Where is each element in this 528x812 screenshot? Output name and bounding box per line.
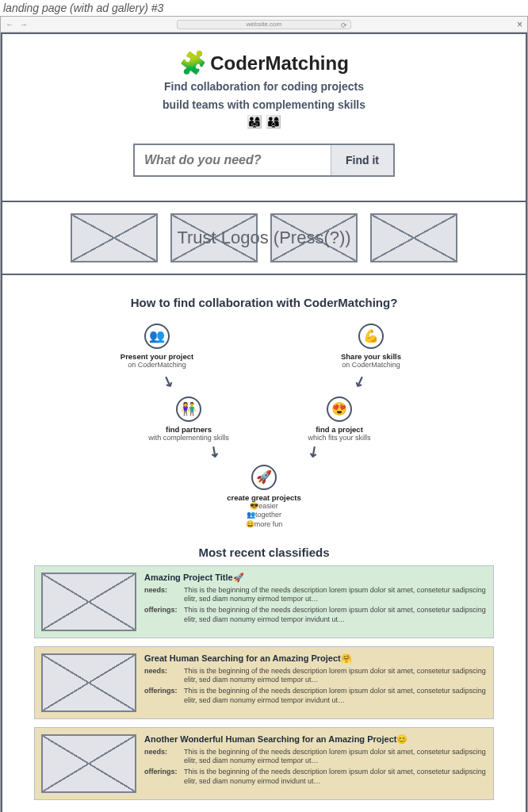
find-it-button[interactable]: Find it [331, 145, 393, 175]
forward-icon[interactable]: → [20, 20, 28, 29]
url-text: website.com [247, 21, 281, 28]
close-icon[interactable]: × [517, 19, 522, 30]
hero-emojis: 👨‍👩‍👧 👨‍👩‍👦 [10, 114, 518, 129]
offerings-text: This is the beginning of the needs descr… [184, 687, 487, 705]
offerings-text: This is the beginning of the needs descr… [184, 606, 487, 624]
flow-node-find-partners: 👫 find partners with complementing skill… [129, 396, 248, 442]
classified-title: Great Human Searching for an Amazing Pro… [144, 653, 487, 664]
url-bar[interactable]: website.com ⟳ [177, 20, 351, 29]
refresh-icon[interactable]: ⟳ [341, 21, 347, 29]
offerings-label: offerings: [144, 768, 179, 786]
trust-logo-placeholder [370, 213, 457, 262]
classified-title: Another Wonderful Human Searching for an… [144, 734, 487, 745]
classified-card[interactable]: Amazing Project Title🚀 needs: This is th… [34, 565, 494, 638]
offerings-label: offerings: [144, 687, 179, 705]
find-project-icon: 😍 [327, 396, 352, 422]
find-partners-icon: 👫 [176, 396, 201, 422]
flow-node-create-projects: 🚀 create great projects 😎easier 👥togethe… [205, 465, 323, 530]
needs-text: This is the beginning of the needs descr… [184, 586, 487, 604]
flow-node-find-project: 😍 find a project which fits your skills [280, 396, 399, 442]
classified-thumbnail [41, 653, 136, 712]
browser-toolbar: ← → website.com ⟳ × [1, 17, 527, 33]
flow-node-title: find a project [280, 425, 399, 434]
classified-thumbnail [41, 573, 136, 631]
arrow-icon: ↘ [351, 371, 369, 392]
flow-node-title: create great projects [205, 493, 323, 502]
trust-logo-placeholder [170, 213, 258, 262]
flow-node-sub: 😎easier [205, 502, 323, 511]
browser-window: ← → website.com ⟳ × 🧩 CoderMatching Find… [0, 16, 528, 812]
needs-label: needs: [144, 667, 179, 685]
flow-node-sub: on CoderMatching [342, 361, 400, 369]
needs-text: This is the beginning of the needs descr… [184, 748, 487, 766]
offerings-text: This is the beginning of the needs descr… [184, 768, 487, 786]
classified-title: Amazing Project Title🚀 [144, 573, 487, 583]
classifieds-heading: Most recent classifieds [34, 546, 494, 559]
flow-node-title: Present your project [98, 352, 216, 361]
flow-node-sub: on CoderMatching [128, 361, 186, 369]
hero-section: 🧩 CoderMatching Find collaboration for c… [2, 34, 526, 201]
arrow-icon: ↘ [304, 440, 323, 462]
trust-logo-placeholder [270, 213, 358, 262]
classifieds-section: Most recent classifieds Amazing Project … [2, 546, 526, 812]
page-content: 🧩 CoderMatching Find collaboration for c… [1, 33, 527, 812]
puzzle-icon: 🧩 [178, 48, 209, 79]
trust-logo-placeholder [71, 213, 158, 262]
classified-card[interactable]: Great Human Searching for an Amazing Pro… [34, 646, 494, 719]
offerings-label: offerings: [144, 606, 179, 624]
search-bar: Find it [133, 144, 395, 177]
flow-node-sub: 👥together [205, 511, 323, 520]
arrow-icon: ↘ [160, 371, 178, 392]
brand-name: CoderMatching [210, 52, 349, 75]
flow-node-sub: which fits your skills [308, 434, 370, 442]
flow-diagram: 👥 Present your project on CoderMatching … [90, 324, 438, 522]
trust-logos-strip: Trust Logos (Press(?)) [2, 201, 526, 275]
needs-text: This is the beginning of the needs descr… [184, 667, 487, 685]
flow-node-present-project: 👥 Present your project on CoderMatching [98, 324, 216, 369]
flow-node-title: Share your skills [312, 352, 430, 361]
tagline-line-2: build teams with complementing skills [10, 98, 518, 113]
flow-node-sub: 😄more fun [205, 520, 323, 530]
flow-node-title: find partners [129, 425, 248, 434]
back-icon[interactable]: ← [6, 20, 13, 29]
needs-label: needs: [144, 586, 179, 604]
how-heading: How to find collaboration with CoderMatc… [18, 296, 510, 309]
rocket-icon: 🚀 [251, 465, 277, 490]
classified-thumbnail [41, 734, 136, 793]
how-it-works-section: How to find collaboration with CoderMatc… [2, 275, 526, 546]
present-project-icon: 👥 [144, 324, 170, 349]
arrow-icon: ↘ [205, 440, 224, 462]
tagline-line-1: Find collaboration for coding projects [10, 79, 518, 94]
classified-card[interactable]: Another Wonderful Human Searching for an… [34, 727, 494, 800]
flow-node-sub: with complementing skills [148, 434, 229, 442]
wireframe-label: landing page (with ad gallery) #3 [0, 0, 528, 16]
share-skills-icon: 💪 [358, 324, 384, 349]
needs-label: needs: [144, 748, 179, 766]
search-input[interactable] [135, 145, 331, 175]
flow-node-share-skills: 💪 Share your skills on CoderMatching [312, 324, 430, 369]
